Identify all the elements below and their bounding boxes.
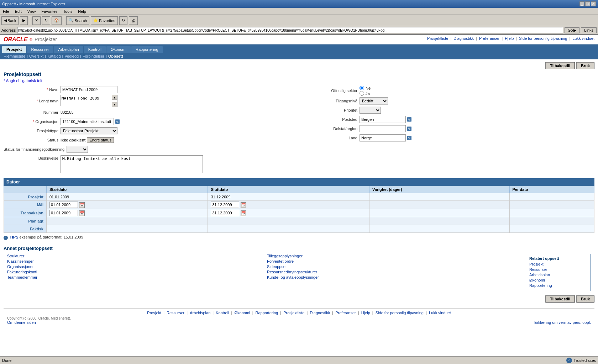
tab-arbeidsplan[interactable]: Arbeidsplan bbox=[54, 46, 83, 53]
refresh2-button[interactable]: ↻ bbox=[119, 16, 127, 25]
minimize-btn[interactable]: _ bbox=[579, 1, 584, 6]
tab-prosjekt[interactable]: Prosjekt bbox=[2, 46, 26, 53]
print-button[interactable]: 🖨 bbox=[129, 16, 138, 25]
restore-btn[interactable]: □ bbox=[585, 1, 590, 6]
link-tilleggsopplysninger[interactable]: Tilleggsopplysninger bbox=[267, 254, 520, 258]
transaksjon-start-cal[interactable]: 📅 bbox=[79, 210, 85, 216]
footer-link-arbeidsplan[interactable]: Arbeidsplan bbox=[190, 311, 210, 315]
tilbakestill-button-bottom[interactable]: Tilbakestill bbox=[545, 295, 575, 303]
relatert-prosjekt[interactable]: Prosjekt bbox=[529, 262, 588, 266]
footer-link-preferanser[interactable]: Preferanser bbox=[335, 311, 356, 315]
footer-link-prosjektliste[interactable]: Prosjektliste bbox=[283, 311, 304, 315]
footer-link-lukk[interactable]: Lukk vinduet bbox=[429, 311, 451, 315]
land-edit-icon[interactable]: ✎ bbox=[406, 135, 412, 141]
footer-link-okonomi[interactable]: Økonomi bbox=[235, 311, 250, 315]
go-button[interactable]: Go ▶ bbox=[565, 27, 580, 33]
footer-om-siden[interactable]: Om denne siden bbox=[7, 320, 36, 325]
tab-kontroll[interactable]: Kontroll bbox=[84, 46, 106, 53]
back-button[interactable]: ◀ Back bbox=[1, 16, 19, 25]
link-organisasjoner[interactable]: Organisasjoner bbox=[7, 264, 260, 269]
breadcrumb-hjemmeside[interactable]: Hjemmeside bbox=[4, 54, 25, 58]
menu-tools[interactable]: Tools bbox=[62, 9, 74, 14]
link-sideoppsett[interactable]: Sideoppsett bbox=[267, 264, 520, 269]
breadcrumb-forbindelser[interactable]: Forbindelser bbox=[83, 54, 104, 58]
header-link-diagnostikk[interactable]: Diagnostikk bbox=[453, 36, 474, 41]
menu-edit[interactable]: Edit bbox=[14, 9, 23, 14]
tab-rapportering[interactable]: Rapportering bbox=[131, 46, 163, 53]
breadcrumb-oversikt[interactable]: Oversikt bbox=[29, 54, 43, 58]
footer-link-rapportering[interactable]: Rapportering bbox=[256, 311, 278, 315]
bruk-button-bottom[interactable]: Bruk bbox=[576, 295, 594, 303]
bruk-button-top[interactable]: Bruk bbox=[576, 62, 594, 69]
relatert-arbeidsplan[interactable]: Arbeidsplan bbox=[529, 273, 588, 277]
header-link-hjelp[interactable]: Hjelp bbox=[505, 36, 514, 41]
close-btn[interactable]: ✕ bbox=[591, 1, 596, 6]
mal-start-input[interactable] bbox=[49, 202, 78, 208]
breadcrumb-katalog[interactable]: Katalog bbox=[47, 54, 61, 58]
mal-start-cal[interactable]: 📅 bbox=[79, 202, 85, 208]
langt-navn-input[interactable]: MATNAT Fond 2009 bbox=[61, 95, 117, 106]
transaksjon-slutt-cal[interactable]: 📅 bbox=[241, 210, 246, 216]
refresh-button[interactable]: ↻ bbox=[42, 16, 50, 25]
organisasjon-input[interactable] bbox=[61, 118, 114, 125]
header-link-preferanser[interactable]: Preferanser bbox=[479, 36, 499, 41]
delstat-edit-icon[interactable]: ✎ bbox=[406, 126, 412, 132]
endre-status-button[interactable]: Endre status bbox=[87, 137, 114, 143]
tilgangsniva-select[interactable]: Bedrift bbox=[360, 97, 388, 105]
menu-help[interactable]: Help bbox=[77, 9, 88, 14]
footer-link-ressurser[interactable]: Ressurser bbox=[167, 311, 184, 315]
navn-input[interactable] bbox=[61, 86, 117, 93]
relatert-rapportering[interactable]: Rapportering bbox=[529, 283, 588, 288]
link-faktureringskonti[interactable]: Faktureringskonti bbox=[7, 270, 260, 274]
favorites-button[interactable]: ⭐ Favorites bbox=[91, 16, 117, 25]
link-strukturer[interactable]: Strukturer bbox=[7, 254, 260, 258]
transaksjon-start-input[interactable] bbox=[49, 210, 78, 216]
home-button[interactable]: 🏠 bbox=[52, 16, 62, 25]
link-teammedlemmer[interactable]: Teammedlemmer bbox=[7, 275, 260, 279]
breadcrumb-vedlegg[interactable]: Vedlegg bbox=[64, 54, 79, 58]
tab-ressurser[interactable]: Ressurser bbox=[27, 46, 53, 53]
stop-button[interactable]: ✕ bbox=[32, 16, 41, 25]
offentlig-nei-radio[interactable] bbox=[360, 86, 364, 90]
prioritet-select[interactable] bbox=[360, 107, 381, 114]
header-link-lukk[interactable]: Lukk vinduet bbox=[572, 36, 594, 41]
beskrivelse-textarea[interactable]: M.Bidrag Inntekt av alle kost bbox=[61, 155, 203, 173]
relatert-okonomi[interactable]: Økonomi bbox=[529, 278, 588, 282]
menu-view[interactable]: View bbox=[26, 9, 37, 14]
tilbakestill-button-top[interactable]: Tilbakestill bbox=[545, 62, 575, 69]
footer-link-prosjekt[interactable]: Prosjekt bbox=[147, 311, 161, 315]
link-ressursstrukturer[interactable]: Ressursnedbrytngsstrukturer bbox=[267, 270, 520, 274]
footer-link-tilpasning[interactable]: Side for personlig tilpasning bbox=[376, 311, 424, 315]
address-input[interactable] bbox=[17, 27, 563, 33]
scroll-up[interactable]: ▲ bbox=[112, 95, 117, 100]
required-link[interactable]: * Angir obligatorisk felt bbox=[4, 79, 42, 83]
delstat-input[interactable] bbox=[360, 125, 406, 132]
links-button[interactable]: Links bbox=[581, 27, 597, 33]
link-kundeopplysninger[interactable]: Kunde- og avtaleopplysninger bbox=[267, 275, 520, 279]
footer-erklaring[interactable]: Erklæring om vern av pers. oppl. bbox=[534, 320, 591, 325]
mal-slutt-input[interactable] bbox=[211, 202, 239, 208]
header-link-prosjektliste[interactable]: Prosjektliste bbox=[427, 36, 448, 41]
footer-link-diagnostikk[interactable]: Diagnostikk bbox=[310, 311, 330, 315]
organisasjon-edit-icon[interactable]: ✎ bbox=[115, 119, 120, 124]
mal-slutt-cal[interactable]: 📅 bbox=[241, 202, 246, 208]
footer-link-hjelp[interactable]: Hjelp bbox=[361, 311, 370, 315]
tips-link[interactable]: TIPS bbox=[10, 235, 18, 239]
scroll-down[interactable]: ▼ bbox=[112, 102, 117, 107]
poststed-input[interactable] bbox=[360, 116, 406, 123]
poststed-edit-icon[interactable]: ✎ bbox=[406, 117, 412, 122]
transaksjon-slutt-input[interactable] bbox=[211, 210, 239, 216]
link-forventet-ordre[interactable]: Forventet ordre bbox=[267, 259, 520, 263]
search-button[interactable]: 🔍 Search bbox=[66, 16, 89, 25]
prosjekttype-select[interactable]: Fakturerbar Prosjekt bbox=[61, 127, 117, 134]
menu-file[interactable]: File bbox=[1, 9, 11, 14]
menu-favorites[interactable]: Favorites bbox=[40, 9, 59, 14]
footer-link-kontroll[interactable]: Kontroll bbox=[216, 311, 229, 315]
land-input[interactable] bbox=[360, 134, 406, 141]
link-klassifiseringer[interactable]: Klassifiseringer bbox=[7, 259, 260, 263]
tab-okonomi[interactable]: Økonomi bbox=[106, 46, 131, 53]
finansiering-select[interactable] bbox=[67, 146, 88, 153]
header-link-tilpasning[interactable]: Side for personlig tilpasning bbox=[519, 36, 567, 41]
offentlig-ja-radio[interactable] bbox=[360, 91, 364, 96]
relatert-ressurser[interactable]: Ressurser bbox=[529, 267, 588, 272]
